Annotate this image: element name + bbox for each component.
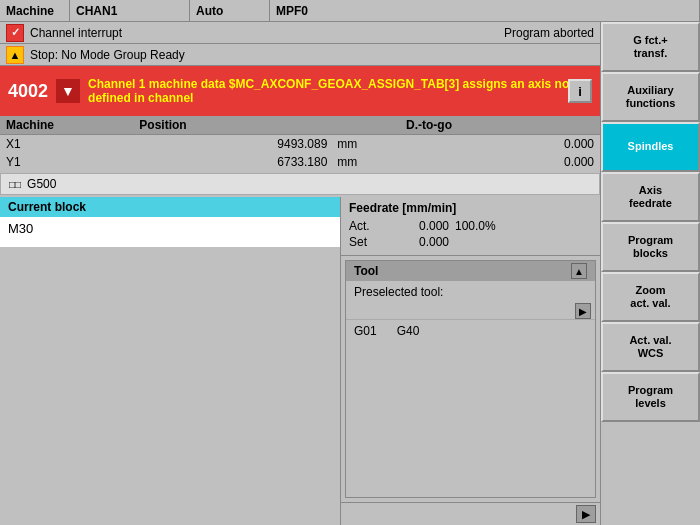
sidebar-btn-zoom-act-val[interactable]: Zoomact. val.: [601, 272, 700, 322]
error-message: Channel 1 machine data $MC_AXCONF_GEOAX_…: [88, 77, 592, 105]
tool-preselected-label: Preselected tool:: [354, 285, 443, 299]
axis-label: X1: [0, 135, 133, 154]
stop-bar: ▲ Stop: No Mode Group Ready: [0, 44, 600, 66]
sidebar-btn-axis-feedrate[interactable]: Axisfeedrate: [601, 172, 700, 222]
chan-label: CHAN1: [70, 0, 190, 21]
unit-label: mm: [333, 153, 400, 171]
bottom-panels: Current block M30 Feedrate [mm/min] Act.…: [0, 197, 600, 525]
sidebar-btn-spindles[interactable]: Spindles: [601, 122, 700, 172]
channel-interrupt-bar: ✓ Channel interrupt Program aborted: [0, 22, 600, 44]
feedrate-act-value: 0.000: [389, 219, 449, 233]
channel-interrupt-icon: ✓: [6, 24, 24, 42]
feedrate-act-row: Act. 0.000 100.0 %: [349, 219, 592, 233]
feedrate-section: Feedrate [mm/min] Act. 0.000 100.0 % Set…: [341, 197, 600, 256]
sidebar-btn-auxiliary[interactable]: Auxiliaryfunctions: [601, 72, 700, 122]
warn-icon: ▲: [6, 46, 24, 64]
auto-label: Auto: [190, 0, 270, 21]
position-value: 9493.089: [133, 135, 333, 154]
position-value: 6733.180: [133, 153, 333, 171]
g500-label: G500: [27, 177, 56, 191]
feedrate-act-pct: 100.0: [455, 219, 485, 233]
tool-scroll-right-icon[interactable]: ▶: [575, 303, 591, 319]
dto-value: 0.000: [400, 153, 600, 171]
tool-g40-label: G40: [397, 324, 420, 338]
top-bar: Machine CHAN1 Auto MPF0: [0, 0, 700, 22]
error-code: 4002: [8, 81, 48, 102]
col-dto: D.-to-go: [400, 116, 600, 135]
tool-g01-label: G01: [354, 324, 377, 338]
tool-header: Tool ▲: [346, 261, 595, 281]
col-unit: [333, 116, 400, 135]
expand-button[interactable]: ▶: [576, 505, 596, 523]
sidebar-btn-program-blocks[interactable]: Programblocks: [601, 222, 700, 272]
tool-content: Preselected tool:: [346, 281, 595, 303]
stop-text: Stop: No Mode Group Ready: [30, 48, 185, 62]
tool-scroll-up-icon[interactable]: ▲: [571, 263, 587, 279]
left-panel: Current block M30: [0, 197, 340, 525]
right-sidebar: G fct.+transf.AuxiliaryfunctionsSpindles…: [600, 22, 700, 525]
machine-label: Machine: [0, 0, 70, 21]
mpfo-label: MPF0: [270, 0, 700, 21]
col-position: Position: [133, 116, 333, 135]
dto-value: 0.000: [400, 135, 600, 154]
expand-area: ▶: [341, 502, 600, 525]
unit-label: mm: [333, 135, 400, 154]
current-block-content: M30: [0, 217, 340, 247]
tool-title: Tool: [354, 264, 378, 278]
error-box: 4002 ▼ Channel 1 machine data $MC_AXCONF…: [0, 66, 600, 116]
right-panel: Feedrate [mm/min] Act. 0.000 100.0 % Set…: [340, 197, 600, 525]
sidebar-btn-program-levels[interactable]: Programlevels: [601, 372, 700, 422]
g500-bar: □□ G500: [0, 173, 600, 195]
feedrate-title: Feedrate [mm/min]: [349, 201, 592, 215]
feedrate-set-row: Set 0.000: [349, 235, 592, 249]
feedrate-set-label: Set: [349, 235, 389, 249]
tool-gcode-row: G01 G40: [346, 319, 595, 342]
program-aborted-text: Program aborted: [504, 26, 594, 40]
col-machine: Machine: [0, 116, 133, 135]
tool-section: Tool ▲ Preselected tool: ▶ G01 G40: [345, 260, 596, 498]
axis-label: Y1: [0, 153, 133, 171]
current-block-header: Current block: [0, 197, 340, 217]
tool-scroll-area: ▶: [346, 303, 595, 319]
g500-icon: □□: [9, 179, 21, 190]
sidebar-btn-g-fct-transf[interactable]: G fct.+transf.: [601, 22, 700, 72]
error-info-button[interactable]: i: [568, 79, 592, 103]
table-row: X1 9493.089 mm 0.000: [0, 135, 600, 154]
feedrate-act-label: Act.: [349, 219, 389, 233]
channel-interrupt-text: Channel interrupt: [30, 26, 122, 40]
error-arrow-icon: ▼: [56, 79, 80, 103]
main-layout: ✓ Channel interrupt Program aborted ▲ St…: [0, 22, 700, 525]
sidebar-btn-act-val-wcs[interactable]: Act. val.WCS: [601, 322, 700, 372]
feedrate-pct-symbol: %: [485, 219, 496, 233]
main-content: ✓ Channel interrupt Program aborted ▲ St…: [0, 22, 600, 525]
table-row: Y1 6733.180 mm 0.000: [0, 153, 600, 171]
machine-table: Machine Position D.-to-go X1 9493.089 mm…: [0, 116, 600, 171]
feedrate-set-value: 0.000: [389, 235, 449, 249]
